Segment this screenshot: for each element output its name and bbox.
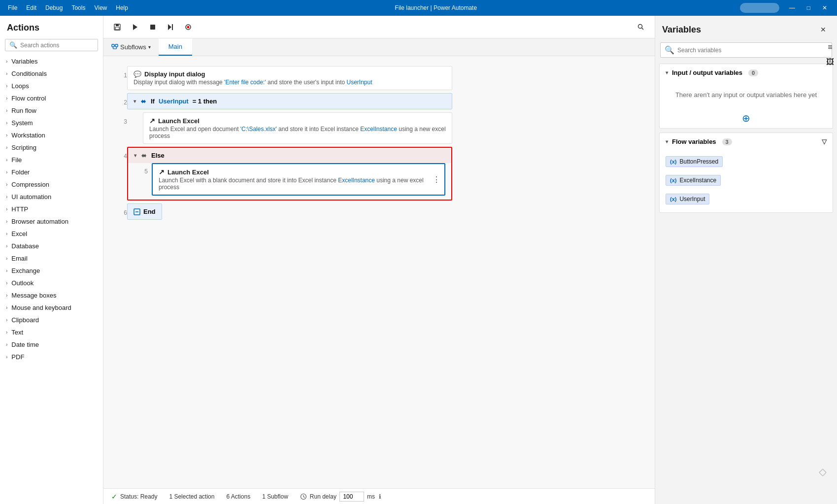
- menu-tools[interactable]: Tools: [67, 2, 89, 13]
- var-name-userinput: UserInput: [679, 196, 705, 202]
- menu-file[interactable]: File: [4, 2, 21, 13]
- action-group-http[interactable]: ›HTTP: [0, 203, 103, 215]
- stop-button[interactable]: [145, 19, 161, 35]
- chevron-icon: ›: [6, 317, 7, 323]
- var-item-excelinstance[interactable]: (x) ExcelInstance: [660, 171, 833, 190]
- step-title-1: 💬 Display input dialog: [134, 70, 446, 78]
- action-group-loops[interactable]: ›Loops: [0, 80, 103, 92]
- if-icon: [140, 98, 147, 105]
- status-bar: ✓ Status: Ready 1 Selected action 6 Acti…: [103, 488, 655, 504]
- input-output-add-button[interactable]: ⊕: [660, 108, 833, 128]
- variables-close-button[interactable]: ✕: [816, 23, 830, 36]
- action-group-ui-automation[interactable]: ›UI automation: [0, 191, 103, 203]
- step-var-3a: 'C:\Sales.xlsx': [240, 126, 277, 133]
- actions-search-box[interactable]: 🔍: [5, 39, 98, 51]
- action-group-scripting[interactable]: ›Scripting: [0, 141, 103, 154]
- var-item-buttonpressed[interactable]: (x) ButtonPressed: [660, 152, 833, 171]
- action-group-workstation[interactable]: ›Workstation: [0, 129, 103, 141]
- close-button[interactable]: ✕: [816, 3, 833, 12]
- step-desc-3: Launch Excel and open document 'C:\Sales…: [149, 126, 446, 139]
- if-collapse-icon[interactable]: ▾: [134, 99, 136, 104]
- flow-variables-filter-icon[interactable]: ▽: [822, 138, 827, 145]
- step-button[interactable]: [163, 19, 178, 35]
- run-delay-info-icon: ℹ: [379, 493, 381, 500]
- run-delay-input[interactable]: [339, 492, 364, 502]
- action-group-message-boxes[interactable]: ›Message boxes: [0, 289, 103, 302]
- menu-edit[interactable]: Edit: [22, 2, 40, 13]
- step-card-1[interactable]: 💬 Display input dialog Display input dia…: [127, 66, 452, 90]
- action-group-flow-control[interactable]: ›Flow control: [0, 92, 103, 104]
- run-button[interactable]: [127, 19, 143, 35]
- action-group-conditionals[interactable]: ›Conditionals: [0, 67, 103, 80]
- else-collapse-icon[interactable]: ▾: [134, 153, 136, 158]
- chevron-icon: ›: [6, 268, 7, 273]
- save-button[interactable]: [109, 19, 125, 35]
- step-card-5[interactable]: ↗ Launch Excel Launch Excel with a blank…: [152, 163, 445, 196]
- input-output-section-header[interactable]: ▾ Input / output variables 0: [660, 64, 833, 81]
- menu-view[interactable]: View: [90, 2, 111, 13]
- record-button[interactable]: [180, 19, 196, 35]
- action-group-outlook[interactable]: ›Outlook: [0, 277, 103, 289]
- svg-rect-4: [150, 25, 155, 30]
- subflows-label: Subflows: [120, 43, 146, 51]
- menu-help[interactable]: Help: [112, 2, 132, 13]
- action-group-database[interactable]: ›Database: [0, 240, 103, 252]
- subflows-button[interactable]: Subflows ▾: [103, 38, 159, 56]
- step-card-3[interactable]: ↗ Launch Excel Launch Excel and open doc…: [143, 112, 452, 144]
- step-var-5a: ExcelInstance: [338, 177, 375, 184]
- minimize-button[interactable]: —: [783, 3, 801, 12]
- else-header[interactable]: ▾ Else: [128, 148, 451, 163]
- action-group-system[interactable]: ›System: [0, 117, 103, 129]
- flow-variables-collapse-icon[interactable]: ▾: [666, 139, 668, 144]
- add-variable-icon: ⊕: [742, 112, 750, 124]
- flow-variables-section-header[interactable]: ▾ Flow variables 3 ▽: [660, 133, 833, 150]
- action-group-text[interactable]: ›Text: [0, 326, 103, 338]
- flow-canvas[interactable]: 1 💬 Display input dialog Display input d…: [103, 56, 655, 488]
- canvas-search-button[interactable]: [633, 19, 649, 35]
- chevron-icon: ›: [6, 206, 7, 212]
- chevron-icon: ›: [6, 280, 7, 286]
- actions-search-input[interactable]: [20, 42, 94, 49]
- action-group-email[interactable]: ›Email: [0, 252, 103, 265]
- menu-debug[interactable]: Debug: [41, 2, 67, 13]
- step-more-button-5[interactable]: ⋮: [433, 175, 440, 184]
- var-chip-buttonpressed[interactable]: (x) ButtonPressed: [666, 156, 723, 167]
- action-group-excel[interactable]: ›Excel: [0, 228, 103, 240]
- svg-rect-1: [116, 24, 119, 26]
- action-group-folder[interactable]: ›Folder: [0, 166, 103, 178]
- var-name-excelinstance: ExcelInstance: [679, 177, 716, 184]
- toolbar: [103, 16, 655, 38]
- variables-search-box[interactable]: 🔍: [660, 42, 832, 58]
- title-bar: File Edit Debug Tools View Help File lau…: [0, 0, 837, 16]
- input-output-title: Input / output variables: [672, 69, 742, 76]
- maximize-button[interactable]: □: [801, 3, 816, 12]
- action-group-mouse-keyboard[interactable]: ›Mouse and keyboard: [0, 302, 103, 314]
- step-number-5: 5: [134, 163, 148, 175]
- var-chip-excelinstance[interactable]: (x) ExcelInstance: [666, 175, 721, 186]
- if-header[interactable]: ▾ If UserInput = 1 then: [127, 93, 452, 109]
- action-group-pdf[interactable]: ›PDF: [0, 351, 103, 363]
- action-group-datetime[interactable]: ›Date time: [0, 338, 103, 351]
- action-group-clipboard[interactable]: ›Clipboard: [0, 314, 103, 326]
- action-group-run-flow[interactable]: ›Run flow: [0, 104, 103, 117]
- var-item-userinput[interactable]: (x) UserInput: [660, 190, 833, 208]
- action-group-exchange[interactable]: ›Exchange: [0, 265, 103, 277]
- side-icon-layers[interactable]: ≡: [823, 40, 837, 54]
- action-group-file[interactable]: ›File: [0, 154, 103, 166]
- chevron-icon: ›: [6, 169, 7, 175]
- variables-controls[interactable]: ✕: [816, 23, 830, 36]
- input-output-badge: 0: [748, 69, 758, 76]
- input-output-collapse-icon[interactable]: ▾: [666, 70, 668, 75]
- menu-bar[interactable]: File Edit Debug Tools View Help: [4, 2, 132, 13]
- side-icon-image[interactable]: 🖼: [823, 55, 837, 69]
- tab-main[interactable]: Main: [159, 38, 192, 56]
- step-icon-3: ↗: [149, 117, 155, 125]
- action-group-variables[interactable]: ›Variables: [0, 55, 103, 67]
- variables-search-input[interactable]: [677, 47, 828, 54]
- window-controls[interactable]: — □ ✕: [783, 3, 833, 12]
- var-chip-userinput[interactable]: (x) UserInput: [666, 194, 709, 204]
- action-group-browser-automation[interactable]: ›Browser automation: [0, 215, 103, 228]
- action-group-compression[interactable]: ›Compression: [0, 178, 103, 191]
- flow-row-4: 4 ▾ Else 5 ↗: [113, 147, 645, 201]
- end-card[interactable]: End: [127, 203, 162, 220]
